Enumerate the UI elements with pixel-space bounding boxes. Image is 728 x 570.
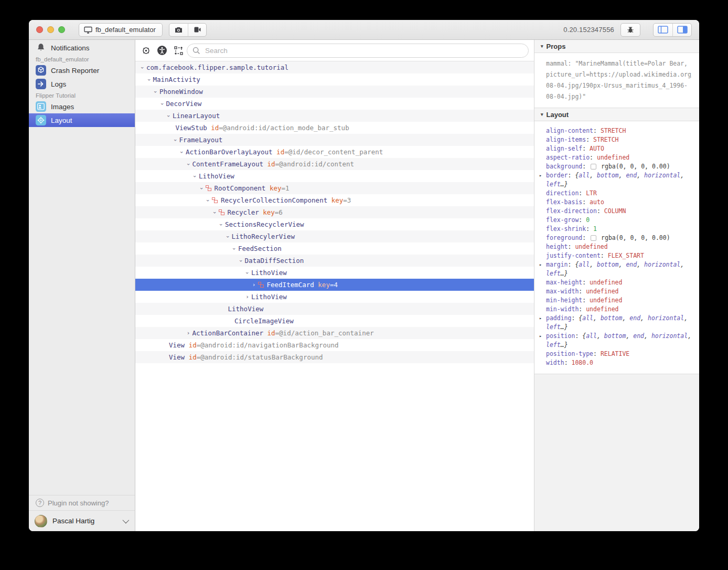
expander-icon[interactable]: › xyxy=(230,245,238,252)
layout-prop-row: ▸padding: {all, bottom, end, horizontal,… xyxy=(546,314,695,332)
tree-row[interactable]: ›LithoView xyxy=(135,170,534,182)
expander-icon[interactable]: › xyxy=(178,149,186,155)
tree-row[interactable]: ›ContentFrameLayout id=@android:id/conte… xyxy=(135,158,534,170)
layout-section-title: Layout xyxy=(547,111,569,119)
expander-icon[interactable]: › xyxy=(172,136,179,143)
tree-row[interactable]: ›ActionBarContainer id=@id/action_bar_co… xyxy=(135,327,534,339)
layout-prop-row: background: rgba(0, 0, 0, 0.00) xyxy=(546,162,695,171)
tree-node-label: LithoRecylerView xyxy=(232,233,295,240)
report-bug-button[interactable] xyxy=(620,23,640,37)
expander-icon[interactable]: › xyxy=(243,269,251,276)
sidebar-item-layout[interactable]: Layout xyxy=(29,113,135,127)
prop-object-token: bottom xyxy=(601,314,623,322)
zoom-button[interactable] xyxy=(58,26,65,33)
tree-node-attr-value: =@android:id/statusBarBackground xyxy=(197,353,323,361)
expander-icon[interactable]: › xyxy=(185,330,192,336)
tree-row[interactable]: ›SectionsRecyclerView xyxy=(135,218,534,230)
target-icon[interactable] xyxy=(140,45,152,56)
tree-row[interactable]: View id=@android:id/navigationBarBackgro… xyxy=(135,339,534,351)
expander-icon[interactable]: › xyxy=(204,197,212,204)
expander-icon[interactable]: › xyxy=(152,88,159,95)
expander-icon[interactable]: › xyxy=(138,64,146,71)
expand-icon[interactable] xyxy=(173,45,184,56)
expander-icon[interactable]: › xyxy=(237,257,245,264)
close-button[interactable] xyxy=(36,26,43,33)
tree-row[interactable]: ›LinearLayout xyxy=(135,110,534,122)
inspector-panel: ▾ Props mammal: "MarineMammal(title=Pola… xyxy=(534,40,699,531)
prop-key: width xyxy=(546,359,564,366)
tree-row[interactable]: ›LithoView xyxy=(135,291,534,303)
expander-icon[interactable]: › xyxy=(211,209,219,216)
layout-section-header[interactable]: ▾ Layout xyxy=(534,108,699,121)
expander-icon[interactable]: › xyxy=(165,112,173,119)
accessibility-icon[interactable] xyxy=(156,45,168,56)
sidebar-item-label: Images xyxy=(51,103,74,111)
sidebar-item-notifications[interactable]: Notifications xyxy=(29,41,135,55)
prop-key: direction xyxy=(546,189,579,197)
layout-prop-row: flex-basis: auto xyxy=(546,198,695,207)
prop-expander-icon[interactable]: ▸ xyxy=(539,260,542,269)
user-menu[interactable]: Pascal Hartig xyxy=(29,510,135,531)
prop-key: aspect-ratio xyxy=(546,154,590,161)
screenshot-button[interactable] xyxy=(169,24,188,36)
prop-expander-icon[interactable]: ▸ xyxy=(539,171,542,180)
tree-node-attr-value: =@android:id/action_mode_bar_stub xyxy=(219,124,349,132)
sidebar-item-logs[interactable]: Logs xyxy=(29,77,135,91)
plugin-help-link[interactable]: ? Plugin not showing? xyxy=(29,495,135,510)
expander-icon[interactable]: › xyxy=(191,173,199,180)
tree-node-attr-key: key xyxy=(331,196,344,204)
tree-row[interactable]: ›DataDiffSection xyxy=(135,255,534,267)
tree-row[interactable]: ›LithoView xyxy=(135,267,534,279)
tree-row[interactable]: ViewStub id=@android:id/action_mode_bar_… xyxy=(135,122,534,134)
search-input[interactable] xyxy=(204,46,523,55)
tree-row[interactable]: ›RecyclerCollectionComponent key=3 xyxy=(135,194,534,206)
sidebar-item-crash-reporter[interactable]: Crash Reporter xyxy=(29,64,135,77)
expander-icon[interactable]: › xyxy=(250,281,258,288)
prop-key: height xyxy=(546,243,568,250)
tree-row[interactable]: ›com.facebook.flipper.sample.tutorial xyxy=(135,61,534,73)
color-swatch xyxy=(591,235,596,241)
screen-record-button[interactable] xyxy=(188,24,206,36)
tree-row[interactable]: ›Recycler key=6 xyxy=(135,206,534,218)
litho-component-icon xyxy=(258,282,264,288)
expander-icon[interactable]: › xyxy=(185,161,192,167)
tree-row[interactable]: ›RootComponent key=1 xyxy=(135,182,534,194)
sidebar-item-images[interactable]: Images xyxy=(29,100,135,113)
prop-expander-icon[interactable]: ▸ xyxy=(539,314,542,323)
tree-node-attr-key: key xyxy=(270,184,282,192)
tree-row[interactable]: ›FrameLayout xyxy=(135,134,534,146)
expander-icon[interactable]: › xyxy=(224,233,232,240)
prop-key: min-width xyxy=(546,305,579,313)
prop-value: undefined xyxy=(597,154,629,161)
logs-arrow-icon xyxy=(36,79,46,89)
tree-row[interactable]: ›MainActivity xyxy=(135,73,534,86)
tree-row[interactable]: View id=@android:id/statusBarBackground xyxy=(135,351,534,363)
expander-icon[interactable]: › xyxy=(243,293,251,300)
tree-row[interactable]: ›FeedItemCard key=4 xyxy=(135,279,534,291)
tree-row[interactable]: CircleImageView xyxy=(135,315,534,327)
layout-prop-row: ▸margin: {all, bottom, end, horizontal, … xyxy=(546,260,695,278)
minimize-button[interactable] xyxy=(47,26,54,33)
sidebar-item-label: Notifications xyxy=(51,44,90,52)
props-value-line: mammal: "MarineMammal(title=Polar Bear, xyxy=(546,58,692,69)
toggle-left-panel-button[interactable] xyxy=(654,24,672,36)
expander-icon[interactable]: › xyxy=(217,221,225,228)
toggle-right-panel-button[interactable] xyxy=(672,24,691,36)
layout-target-icon xyxy=(36,115,46,125)
tree-row[interactable]: ›FeedSection xyxy=(135,242,534,255)
tree-row[interactable]: ›LithoRecylerView xyxy=(135,230,534,242)
props-section-header[interactable]: ▾ Props xyxy=(534,40,699,53)
tree-row[interactable]: ›PhoneWindow xyxy=(135,86,534,98)
device-selector-button[interactable]: fb_default_emulator xyxy=(79,23,163,37)
expander-icon[interactable]: › xyxy=(158,100,166,107)
tree-node-label: LinearLayout xyxy=(173,112,220,120)
prop-object-token: horizontal xyxy=(648,314,684,322)
prop-expander-icon[interactable]: ▸ xyxy=(539,332,542,341)
prop-key: align-items xyxy=(546,136,586,143)
expander-icon[interactable]: › xyxy=(198,185,206,192)
prop-object-brace: …} xyxy=(561,270,568,277)
tree-row[interactable]: ›ActionBarOverlayLayout id=@id/decor_con… xyxy=(135,146,534,158)
tree-row[interactable]: ›DecorView xyxy=(135,98,534,110)
tree-row[interactable]: LithoView xyxy=(135,303,534,315)
expander-icon[interactable]: › xyxy=(145,76,153,83)
